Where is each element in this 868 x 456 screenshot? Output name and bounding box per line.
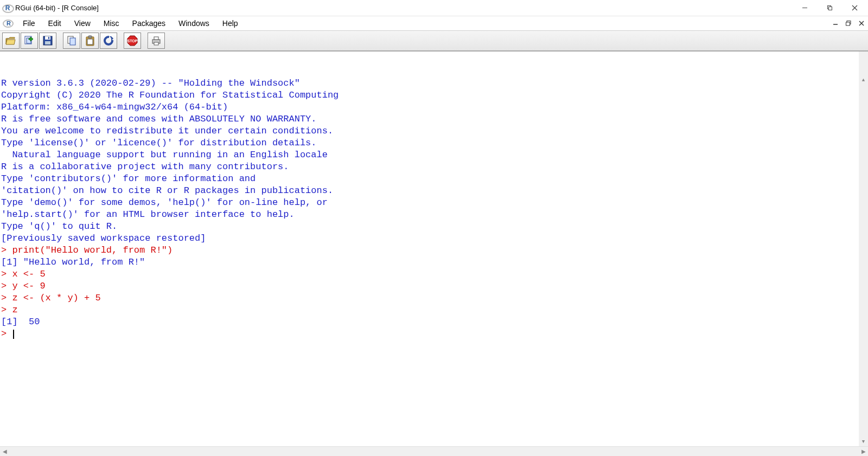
console-line: Platform: x86_64-w64-mingw32/x64 (64-bit…	[1, 101, 858, 113]
console-line: [1] "Hello world, from R!"	[1, 256, 858, 268]
console-line: R is free software and comes with ABSOLU…	[1, 113, 858, 125]
menu-misc[interactable]: Misc	[97, 16, 126, 30]
menu-edit[interactable]: Edit	[42, 16, 68, 30]
menu-packages[interactable]: Packages	[126, 16, 172, 30]
svg-rect-25	[154, 42, 158, 45]
console-line: > x <- 5	[1, 268, 858, 280]
svg-rect-7	[846, 22, 850, 25]
svg-rect-20	[87, 39, 93, 44]
copy-paste-button[interactable]	[100, 33, 117, 49]
horizontal-scrollbar[interactable]: ◀ ▶	[0, 446, 868, 456]
console-line: [1] 50	[1, 316, 858, 328]
scroll-down-icon[interactable]: ▼	[859, 437, 868, 446]
svg-rect-24	[154, 37, 158, 40]
close-button[interactable]	[842, 0, 867, 16]
app-icon-small: R	[2, 16, 14, 30]
text-cursor	[13, 330, 14, 339]
scroll-up-icon[interactable]: ▲	[859, 75, 868, 85]
vertical-scrollbar[interactable]: ▲ ▼	[859, 52, 868, 446]
copy-button[interactable]	[63, 33, 80, 49]
svg-rect-19	[88, 36, 92, 38]
console-line: Copyright (C) 2020 The R Foundation for …	[1, 89, 858, 101]
console-line: R is a collaborative project with many c…	[1, 161, 858, 173]
console-line: > print("Hello world, from R!")	[1, 245, 858, 256]
svg-rect-15	[45, 41, 50, 44]
console-area[interactable]: R version 3.6.3 (2020-02-29) -- "Holding…	[0, 52, 868, 446]
stop-button[interactable]: STOP	[124, 33, 141, 49]
console-line: > z <- (x * y) + 5	[1, 292, 858, 304]
menu-windows[interactable]: Windows	[172, 16, 216, 30]
menubar: R File Edit View Misc Packages Windows H…	[0, 16, 868, 31]
svg-rect-2	[828, 7, 832, 10]
console-line: 'citation()' on how to cite R or R packa…	[1, 185, 858, 197]
console-line: R version 3.6.3 (2020-02-29) -- "Holding…	[1, 78, 858, 89]
save-workspace-button[interactable]	[39, 33, 56, 49]
svg-text:STOP: STOP	[127, 39, 138, 43]
mdi-restore-button[interactable]	[843, 18, 854, 29]
titlebar: R RGui (64-bit) - [R Console]	[0, 0, 868, 16]
minimize-button[interactable]	[792, 0, 817, 16]
print-button[interactable]	[148, 33, 165, 49]
console-line: 'help.start()' for an HTML browser inter…	[1, 209, 858, 221]
console-line: Type 'demo()' for some demos, 'help()' f…	[1, 197, 858, 209]
maximize-button[interactable]	[817, 0, 842, 16]
console-line: > z	[1, 304, 858, 316]
paste-button[interactable]	[81, 33, 99, 49]
menu-help[interactable]: Help	[216, 16, 245, 30]
open-script-button[interactable]	[2, 33, 20, 49]
scroll-right-icon[interactable]: ▶	[859, 447, 868, 456]
console-line: Type 'license()' or 'licence()' for dist…	[1, 137, 858, 149]
svg-rect-17	[70, 38, 75, 45]
svg-rect-14	[48, 37, 49, 39]
window-title: RGui (64-bit) - [R Console]	[15, 4, 99, 12]
console-line: [Previously saved workspace restored]	[1, 233, 858, 245]
console-line: > y <- 9	[1, 280, 858, 292]
svg-rect-13	[45, 36, 50, 40]
mdi-close-button[interactable]	[856, 18, 867, 29]
mdi-minimize-button[interactable]	[829, 18, 841, 29]
menu-file[interactable]: File	[16, 16, 42, 30]
menu-view[interactable]: View	[68, 16, 97, 30]
scroll-left-icon[interactable]: ◀	[0, 447, 9, 456]
console-prompt[interactable]: >	[1, 328, 858, 340]
toolbar: STOP	[0, 31, 868, 52]
console-line: Natural language support but running in …	[1, 149, 858, 161]
app-icon: R	[3, 4, 12, 12]
console-line: Type 'q()' to quit R.	[1, 221, 858, 233]
console-line: You are welcome to redistribute it under…	[1, 125, 858, 137]
load-workspace-button[interactable]	[21, 33, 38, 49]
console-line: Type 'contributors()' for more informati…	[1, 173, 858, 185]
